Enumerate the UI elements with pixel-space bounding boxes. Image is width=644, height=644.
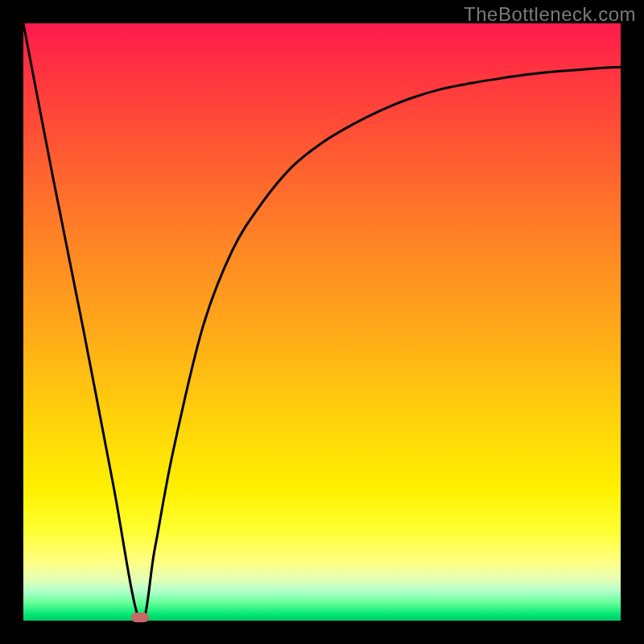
watermark-text: TheBottleneck.com (464, 3, 636, 26)
chart-frame: TheBottleneck.com (0, 0, 644, 644)
optimum-marker (131, 613, 149, 622)
bottleneck-curve (23, 23, 621, 621)
curve-path (23, 23, 621, 621)
chart-plot-area (23, 23, 621, 621)
